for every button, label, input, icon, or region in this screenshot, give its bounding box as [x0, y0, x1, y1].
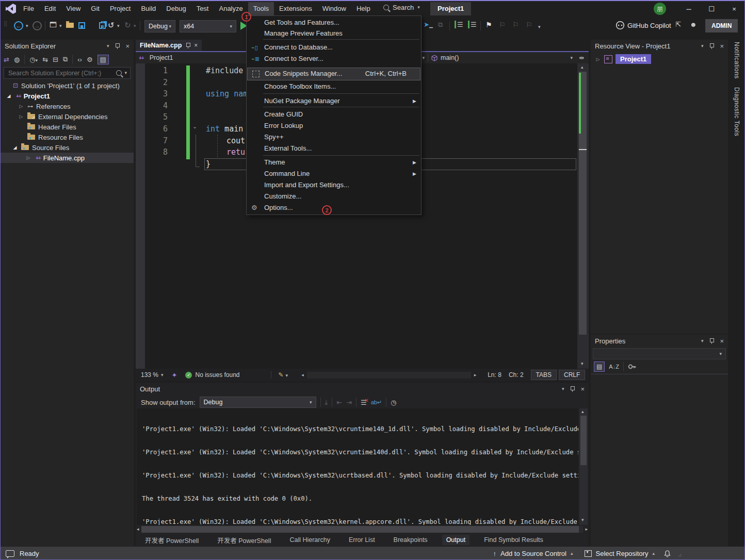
clock-icon[interactable]: ◷ — [391, 399, 396, 406]
expander-expanded-icon[interactable]: ◢ — [12, 145, 18, 150]
symbol-dropdown[interactable]: main() ▾ — [428, 52, 576, 63]
menuitem-manage-preview-features[interactable]: Manage Preview Features — [247, 28, 420, 39]
attach-to-process-icon[interactable]: ➤▁ — [424, 21, 433, 28]
output-horizontal-scrollbar[interactable]: ◂ ▸ — [137, 525, 588, 533]
toolbar-overflow-icon[interactable]: ▾ — [538, 25, 541, 29]
chevron-down-icon[interactable]: ▾ — [107, 44, 109, 48]
chevron-up-icon[interactable]: ▴ — [571, 551, 573, 556]
menuitem-get-tools-and-features[interactable]: Get Tools and Features... — [247, 17, 420, 28]
new-project-dropdown-icon[interactable]: ▾ — [59, 24, 62, 28]
close-icon[interactable]: × — [580, 385, 585, 393]
intellicode-icon[interactable]: ✦ — [172, 371, 177, 379]
indent-increase-icon[interactable]: ☰ — [468, 21, 477, 28]
line-ending-mode[interactable]: CRLF — [559, 370, 585, 380]
share-icon[interactable]: ⇱ — [675, 21, 681, 28]
select-repository-button[interactable]: Select Repository — [596, 550, 649, 557]
scope-icon[interactable]: ⧉ — [63, 55, 68, 63]
tree-item-resource-files[interactable]: ▼ Resource Files — [1, 132, 134, 142]
tree-item-solution[interactable]: ⊡ Solution 'Project1' (1 of 1 project) — [1, 80, 134, 91]
bell-icon[interactable] — [664, 550, 671, 557]
open-file-button[interactable] — [66, 21, 77, 30]
expander-collapsed-icon[interactable]: ▷ — [18, 114, 24, 119]
chevron-down-icon[interactable]: ▾ — [562, 387, 564, 391]
redo-dropdown-icon[interactable]: ▾ — [134, 24, 136, 28]
menu-git[interactable]: Git — [86, 2, 105, 15]
search-control[interactable]: Search ▾ — [383, 4, 420, 11]
menuitem-error-lookup[interactable]: Error Lookup — [247, 120, 420, 131]
menuitem-customize[interactable]: Customize... — [247, 191, 420, 202]
feedback-icon[interactable] — [6, 550, 14, 557]
menu-test[interactable]: Test — [191, 2, 214, 15]
tree-item-header-files[interactable]: ▼ Header Files — [1, 122, 134, 132]
zoom-dropdown[interactable]: 133 %▾ — [141, 371, 164, 378]
tab-output[interactable]: Output — [442, 535, 470, 545]
menuitem-choose-toolbox-items[interactable]: Choose Toolbox Items... — [247, 81, 420, 92]
menu-debug[interactable]: Debug — [161, 2, 191, 15]
navigate-back-button[interactable]: ← — [14, 21, 23, 30]
word-wrap-icon[interactable]: ab↵ — [371, 399, 382, 406]
sync-with-active-document-icon[interactable]: ⇆ — [42, 56, 48, 63]
tree-item-source-files[interactable]: ◢ ▼ Source Files — [1, 142, 134, 153]
tree-item-references[interactable]: ▷ ⊶ References — [1, 101, 134, 111]
next-bookmark-icon[interactable]: ⚐ — [512, 21, 519, 29]
tab-find-symbol-results[interactable]: Find Symbol Results — [480, 535, 547, 545]
menu-extensions[interactable]: Extensions — [274, 2, 317, 15]
solutions-views-icon[interactable]: ◍ — [14, 56, 20, 63]
new-project-button[interactable]: 🗔 — [50, 21, 57, 29]
horizontal-scrollbar-track[interactable] — [307, 372, 471, 378]
expander-collapsed-icon[interactable]: ▷ — [595, 57, 601, 62]
scrollbar-thumb[interactable] — [141, 526, 579, 533]
scroll-down-icon[interactable]: ▾ — [581, 518, 584, 522]
code-cleanup-icon[interactable]: ✎▾ — [279, 371, 288, 378]
scroll-up-icon[interactable]: ▴ — [581, 409, 584, 414]
toolbar-grip[interactable]: ⣿ — [4, 21, 6, 26]
chevron-down-icon[interactable]: ▾ — [701, 44, 704, 48]
scroll-right-icon[interactable]: ▸ — [585, 527, 588, 532]
close-icon[interactable]: × — [194, 42, 198, 49]
menu-project[interactable]: Project — [105, 2, 136, 15]
expander-collapsed-icon[interactable]: ▷ — [25, 155, 31, 160]
tab-breakpoints[interactable]: Breakpoints — [390, 535, 432, 545]
scroll-right-icon[interactable]: ▸ — [474, 373, 477, 377]
indent-decrease-icon[interactable]: ☰ — [455, 21, 463, 28]
property-pages-key-icon[interactable] — [628, 364, 636, 370]
menuitem-command-line[interactable]: Command Line▶ — [247, 168, 420, 179]
glyph-margin[interactable] — [136, 63, 145, 369]
previous-message-icon[interactable]: ⇤ — [336, 399, 342, 406]
close-button[interactable]: × — [723, 1, 745, 17]
editor-vertical-scrollbar[interactable]: ▴ ▾ — [577, 63, 589, 369]
scroll-left-icon[interactable]: ◂ — [301, 373, 304, 377]
menuitem-import-export-settings[interactable]: Import and Export Settings... — [247, 179, 420, 191]
copilot-label[interactable]: GitHub Copilot — [627, 22, 671, 29]
chevron-down-icon[interactable]: ▾ — [701, 339, 704, 343]
pin-icon[interactable] — [115, 43, 119, 49]
menu-window[interactable]: Window — [317, 2, 351, 15]
menuitem-connect-to-database[interactable]: ⌁▯ Connect to Database... — [247, 42, 420, 53]
alphabetical-sort-icon[interactable]: A↓Z — [609, 364, 619, 370]
expander-collapsed-icon[interactable]: ▷ — [18, 104, 24, 109]
fold-chevron-icon[interactable]: ⌄ — [192, 123, 197, 130]
menu-view[interactable]: View — [61, 2, 86, 15]
previous-bookmark-icon[interactable]: ⚐ — [499, 21, 506, 29]
tree-item-project[interactable]: ◢ ++ Project1 — [1, 91, 134, 101]
close-icon[interactable]: × — [125, 42, 129, 50]
indent-mode[interactable]: TABS — [531, 370, 557, 380]
tab-error-list[interactable]: Error List — [345, 535, 379, 545]
copy-disabled-icon[interactable]: ⧉ — [438, 21, 443, 29]
expander-expanded-icon[interactable]: ◢ — [6, 93, 12, 98]
menuitem-create-guid[interactable]: Create GUID — [247, 109, 420, 120]
tab-notifications[interactable]: Notifications — [733, 42, 740, 79]
search-input[interactable] — [7, 69, 105, 77]
menuitem-connect-to-server[interactable]: ⌁≣ Connect to Server... — [247, 53, 420, 64]
menu-edit[interactable]: Edit — [39, 2, 61, 15]
account-avatar[interactable]: 朋 — [654, 3, 666, 15]
close-icon[interactable]: × — [720, 42, 724, 50]
clear-all-icon[interactable]: ☰✕ — [361, 399, 367, 406]
search-icon[interactable] — [116, 70, 122, 76]
tab-developer-powershell-1[interactable]: 开发者 PowerShell — [141, 534, 203, 547]
next-message-icon[interactable]: ⇥ — [346, 399, 352, 406]
properties-wrench-icon[interactable]: ⚙ — [87, 56, 93, 63]
pin-icon[interactable] — [570, 386, 574, 392]
add-account-icon[interactable]: ☻ — [690, 21, 697, 28]
menuitem-nuget-package-manager[interactable]: NuGet Package Manager▶ — [247, 95, 420, 107]
